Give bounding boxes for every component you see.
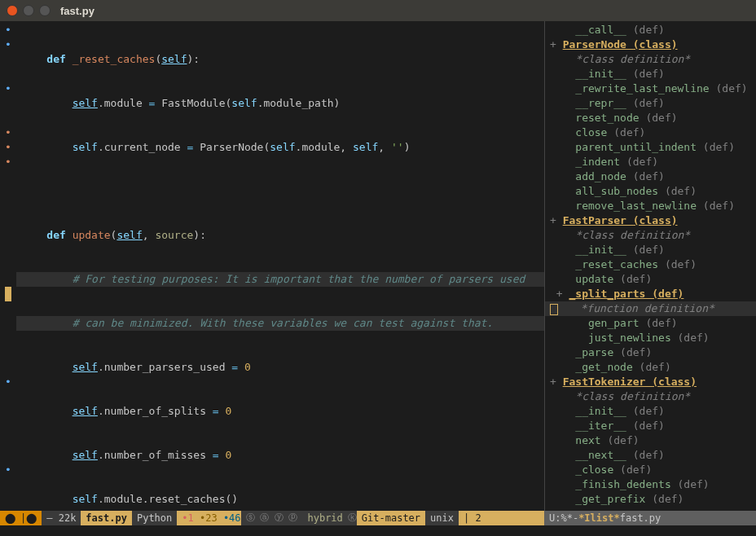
outline-item[interactable]: __call__ (def) [545, 23, 756, 37]
outline-item[interactable]: remove_last_newline (def) [545, 199, 756, 213]
outline-item[interactable]: _reset_caches (def) [545, 257, 756, 272]
maximize-icon[interactable] [39, 5, 51, 16]
status-right-buf: *Ilist* [578, 512, 620, 524]
status-size: – 22k [42, 511, 81, 525]
outline-item[interactable]: + _split_parts (def) [545, 287, 756, 301]
outline-item[interactable]: __init__ (def) [545, 404, 756, 419]
outline-item[interactable]: + FastTokenizer (class) [545, 375, 756, 389]
statusbar: ⬤|⬤ – 22k fast.py Python •1 •23 •46 ⓢ ⓐ … [0, 511, 756, 525]
outline-item[interactable]: _close (def) [545, 463, 756, 477]
status-right-file: fast.py [620, 512, 662, 524]
outline-item[interactable]: close (def) [545, 125, 756, 140]
outline-item[interactable]: __repr__ (def) [545, 96, 756, 111]
status-err: •1 [182, 512, 200, 524]
outline-item[interactable]: just_newlines (def) [545, 331, 756, 345]
status-mode: Python [132, 511, 177, 525]
outline-item[interactable]: + FastParser (class) [545, 213, 756, 228]
outline-item[interactable]: parent_until_indent (def) [545, 140, 756, 155]
outline-item[interactable]: _get_prefix (def) [545, 492, 756, 507]
status-hybrid: hybrid [302, 511, 347, 525]
window-title: fast.py [60, 5, 94, 17]
status-file: fast.py [81, 511, 132, 525]
outline-item[interactable]: next (def) [545, 433, 756, 448]
outline-item[interactable]: *class definition* [545, 389, 756, 404]
status-indicators: ⓢ ⓐ ⓨ ⓟ [241, 511, 303, 525]
status-info: •46 [223, 512, 241, 524]
outline-item[interactable]: *class definition* [545, 52, 756, 67]
status-k: ⓚ [348, 511, 357, 525]
gutter: • • • • • • • • [0, 21, 16, 511]
outline-item[interactable]: __init__ (def) [545, 67, 756, 81]
outline-item[interactable]: __next__ (def) [545, 448, 756, 463]
outline-item[interactable]: _rewrite_last_newline (def) [545, 81, 756, 96]
status-alert1: ⬤ [0, 511, 20, 525]
status-right-mode: U:%*- [549, 512, 578, 524]
outline-item[interactable]: __iter__ (def) [545, 419, 756, 433]
outline-item[interactable]: all_sub_nodes (def) [545, 184, 756, 199]
status-warn: •23 [200, 512, 223, 524]
status-pct: | 2 [459, 511, 486, 525]
outline-item[interactable]: add_node (def) [545, 169, 756, 184]
minimize-icon[interactable] [23, 5, 34, 16]
code-area[interactable]: def _reset_caches(self): self.module = F… [16, 21, 544, 511]
window-controls [7, 5, 51, 16]
outline-item[interactable]: reset_node (def) [545, 111, 756, 125]
outline-item[interactable]: *function definition* [545, 301, 756, 316]
status-git: Git-master [357, 511, 425, 525]
outline-item[interactable]: _finish_dedents (def) [545, 477, 756, 492]
status-alert2: |⬤ [20, 511, 42, 525]
status-unix: unix [425, 511, 459, 525]
titlebar: fast.py [0, 0, 756, 21]
outline-item[interactable]: __init__ (def) [545, 243, 756, 257]
outline-item[interactable]: _parse (def) [545, 345, 756, 360]
outline-item[interactable]: _get_node (def) [545, 360, 756, 375]
outline-item[interactable]: + ParserNode (class) [545, 37, 756, 52]
outline-item[interactable]: _indent (def) [545, 155, 756, 169]
editor: • • • • • • • • def _reset_caches(self): [0, 21, 756, 511]
close-icon[interactable] [7, 5, 18, 16]
outline-panel[interactable]: __call__ (def) + ParserNode (class) *cla… [544, 21, 756, 511]
outline-item[interactable]: update (def) [545, 272, 756, 287]
outline-item[interactable]: gen_part (def) [545, 316, 756, 331]
outline-item[interactable]: *class definition* [545, 228, 756, 243]
